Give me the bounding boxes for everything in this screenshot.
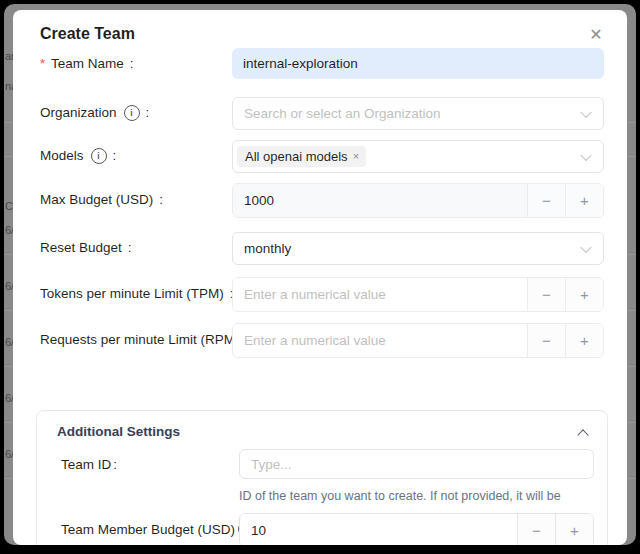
- required-mark: *: [40, 56, 45, 71]
- team-name-label: *Team Name:: [40, 48, 134, 79]
- organization-row: Organizationi: Search or select an Organ…: [13, 97, 627, 128]
- team-id-label: Team ID:: [61, 449, 117, 479]
- team-member-budget-label: Team Member Budget (USD)?:: [61, 513, 260, 545]
- tpm-label: Tokens per minute Limit (TPM):: [40, 277, 234, 310]
- reset-budget-select[interactable]: monthly: [232, 232, 604, 265]
- rpm-input[interactable]: [233, 324, 527, 357]
- tpm-row: Tokens per minute Limit (TPM): − +: [13, 277, 627, 310]
- decrement-button[interactable]: −: [527, 278, 565, 311]
- models-row: Modelsi: All openai models ×: [13, 140, 627, 171]
- info-icon[interactable]: i: [124, 105, 140, 121]
- additional-settings-header[interactable]: Additional Settings: [57, 424, 180, 439]
- organization-placeholder: Search or select an Organization: [244, 106, 441, 121]
- model-tag: All openai models ×: [237, 146, 366, 167]
- modal-title: Create Team: [40, 25, 135, 43]
- organization-label: Organizationi:: [40, 97, 149, 128]
- team-member-budget-input[interactable]: [240, 514, 517, 545]
- chevron-down-icon: [580, 241, 591, 252]
- organization-select[interactable]: Search or select an Organization: [232, 97, 604, 130]
- rpm-label: Requests per minute Limit (RPM):: [40, 323, 249, 356]
- max-budget-input[interactable]: [233, 184, 527, 217]
- close-icon[interactable]: ✕: [585, 24, 607, 46]
- tag-remove-icon[interactable]: ×: [353, 151, 359, 162]
- models-select[interactable]: All openai models ×: [232, 140, 604, 173]
- increment-button[interactable]: +: [565, 324, 603, 357]
- additional-settings-panel: Additional Settings Team ID: ID of the t…: [36, 410, 608, 545]
- info-icon[interactable]: i: [91, 148, 107, 164]
- decrement-button[interactable]: −: [517, 514, 555, 545]
- rpm-row: Requests per minute Limit (RPM): − +: [13, 323, 627, 356]
- models-label: Modelsi:: [40, 140, 116, 171]
- dimmed-page-overlay: am nar Cre 6/2 6/2 6/2 6/1 6/1 Create Te…: [4, 4, 636, 545]
- reset-budget-value: monthly: [244, 241, 291, 256]
- team-name-input[interactable]: [232, 48, 604, 79]
- reset-budget-label: Reset Budget:: [40, 232, 132, 263]
- max-budget-row: Max Budget (USD): − +: [13, 183, 627, 216]
- team-id-input[interactable]: [239, 449, 594, 479]
- team-name-row: *Team Name:: [13, 48, 627, 79]
- max-budget-label: Max Budget (USD):: [40, 183, 163, 216]
- tpm-input[interactable]: [233, 278, 527, 311]
- increment-button[interactable]: +: [565, 184, 603, 217]
- chevron-down-icon: [580, 106, 591, 117]
- increment-button[interactable]: +: [565, 278, 603, 311]
- decrement-button[interactable]: −: [527, 324, 565, 357]
- reset-budget-row: Reset Budget: monthly: [13, 232, 627, 263]
- chevron-up-icon[interactable]: [577, 429, 588, 440]
- model-tag-label: All openai models: [245, 149, 348, 164]
- chevron-down-icon: [580, 149, 591, 160]
- create-team-modal: Create Team ✕ *Team Name: Organizationi:…: [13, 10, 627, 545]
- increment-button[interactable]: +: [555, 514, 593, 545]
- decrement-button[interactable]: −: [527, 184, 565, 217]
